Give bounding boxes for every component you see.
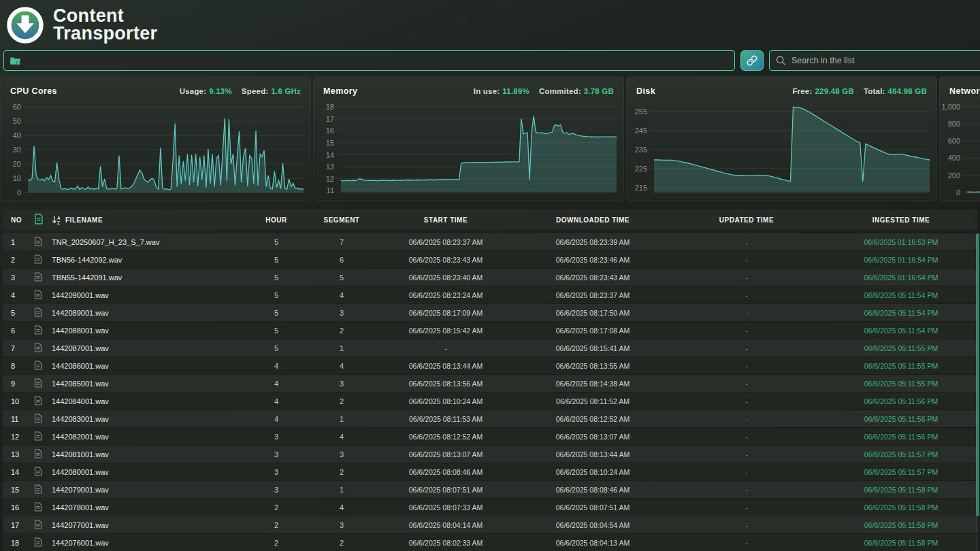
network-panel: Network 1,0008006004002000	[939, 76, 980, 201]
cpu-usage-value: 9.13%	[209, 87, 232, 95]
cell-file-icon	[34, 431, 52, 442]
cell-updated-time: -	[668, 309, 825, 317]
cell-segment: 7	[309, 238, 374, 246]
charts-row: CPU Cores Usage:9.13% Speed:1.6 GHz 6050…	[0, 73, 980, 203]
svg-text:Z: Z	[57, 220, 60, 225]
cell-ingested-time: 06/6/2025 05:11:56 PM	[825, 397, 977, 405]
memory-chart-svg	[341, 103, 617, 193]
table-row[interactable]: 3 TBN55-1442091.wav 5 5 06/6/2025 08:23:…	[3, 269, 977, 286]
search-input[interactable]	[770, 51, 980, 70]
cell-downloaded-time: 06/6/2025 08:15:41 AM	[517, 344, 668, 352]
folder-icon[interactable]	[10, 55, 21, 67]
table-row[interactable]: 5 1442089001.wav 5 3 06/6/2025 08:17:09 …	[3, 304, 977, 321]
cell-updated-time: -	[668, 486, 825, 494]
cell-segment: 3	[309, 521, 374, 529]
axis-tick-label: 50	[13, 117, 21, 125]
cell-filename: 1442089001.wav	[52, 309, 244, 317]
table-row[interactable]: 16 1442078001.wav 2 4 06/6/2025 08:07:33…	[3, 499, 977, 516]
table-row[interactable]: 4 1442090001.wav 5 4 06/6/2025 08:23:24 …	[3, 286, 977, 303]
cell-hour: 2	[244, 503, 309, 512]
cell-ingested-time: 06/6/2025 05:11:54 PM	[825, 327, 977, 335]
cell-segment: 3	[309, 380, 374, 388]
table-body: 1 TNR_20250607_H_23_S_7.wav 5 7 06/6/202…	[3, 233, 977, 551]
cell-filename: 1442087001.wav	[52, 344, 244, 352]
cell-start-time: 06/6/2025 08:23:24 AM	[374, 291, 517, 299]
table-row[interactable]: 1 TNR_20250607_H_23_S_7.wav 5 7 06/6/202…	[3, 233, 977, 250]
cell-start-time: 06/6/2025 08:23:37 AM	[374, 238, 517, 246]
file-icon	[34, 214, 44, 224]
cell-file-icon	[34, 290, 52, 301]
table-row[interactable]: 11 1442083001.wav 4 1 06/6/2025 08:11:53…	[3, 410, 977, 427]
file-icon	[34, 378, 42, 388]
app-title: Content Transporter	[53, 7, 157, 42]
cell-segment: 2	[309, 468, 374, 476]
axis-tick-label: 13	[326, 163, 334, 171]
cell-ingested-time: 06/6/2025 05:11:57 PM	[825, 468, 977, 476]
table-row[interactable]: 10 1442084001.wav 4 2 06/6/2025 08:10:24…	[3, 393, 977, 410]
cell-file-icon	[34, 361, 52, 371]
cell-updated-time: -	[668, 344, 825, 352]
col-downloaded-time: DOWNLOADED TIME	[517, 216, 668, 224]
cell-no: 14	[11, 468, 34, 476]
file-icon	[34, 361, 42, 370]
cell-updated-time: -	[668, 433, 825, 441]
cell-filename: 1442084001.wav	[52, 397, 244, 405]
table-row[interactable]: 7 1442087001.wav 5 1 - 06/6/2025 08:15:4…	[3, 339, 977, 356]
table-row[interactable]: 2 TBN56-1442092.wav 5 6 06/6/2025 08:23:…	[3, 251, 977, 268]
cell-file-icon	[34, 537, 52, 548]
cell-file-icon	[34, 449, 52, 460]
path-input-wrap	[3, 50, 735, 71]
table-row[interactable]: 6 1442088001.wav 5 2 06/6/2025 08:15:42 …	[3, 322, 977, 339]
cell-hour: 2	[244, 539, 309, 547]
file-icon	[34, 449, 42, 458]
table-scrollbar[interactable]	[976, 233, 979, 551]
file-icon	[34, 484, 42, 494]
table-row[interactable]: 8 1442086001.wav 4 4 06/6/2025 08:13:44 …	[3, 357, 977, 374]
file-icon	[34, 237, 42, 246]
cell-updated-time: -	[668, 238, 825, 246]
cell-start-time: 06/6/2025 08:13:56 AM	[374, 380, 517, 388]
link-button[interactable]	[740, 50, 764, 71]
cell-filename: 1442090001.wav	[52, 291, 244, 299]
axis-tick-label: 235	[635, 146, 647, 154]
cell-start-time: 06/6/2025 08:17:09 AM	[374, 309, 517, 317]
cell-ingested-time: 06/6/2025 05:11:54 PM	[825, 291, 977, 299]
cpu-plot	[28, 103, 304, 193]
axis-tick-label: 215	[635, 184, 647, 192]
cell-no: 6	[11, 327, 34, 335]
axis-tick-label: 11	[327, 186, 334, 195]
disk-chart: 255245235225215	[627, 99, 936, 195]
cell-updated-time: -	[668, 397, 825, 405]
axis-tick-label: 600	[948, 137, 960, 145]
cell-updated-time: -	[668, 521, 825, 529]
axis-tick-label: 0	[956, 188, 960, 197]
cell-file-icon	[34, 378, 52, 389]
axis-tick-label: 800	[948, 120, 960, 128]
table-header: NO A Z FILENAME HOUR SEGMENT START TIME …	[3, 210, 977, 230]
table-row[interactable]: 14 1442080001.wav 3 2 06/6/2025 08:08:46…	[3, 463, 977, 480]
table-row[interactable]: 17 1442077001.wav 2 3 06/6/2025 08:04:14…	[3, 516, 977, 533]
cell-no: 7	[11, 344, 34, 352]
axis-tick-label: 225	[635, 165, 647, 173]
cell-filename: TBN55-1442091.wav	[52, 273, 244, 282]
sort-az-icon[interactable]: A Z	[52, 215, 62, 225]
cell-file-icon	[34, 325, 52, 336]
cell-downloaded-time: 06/6/2025 08:04:54 AM	[517, 521, 668, 529]
cell-segment: 4	[309, 503, 374, 512]
path-input[interactable]	[4, 51, 734, 70]
axis-tick-label: 30	[13, 146, 21, 154]
scrollbar-thumb[interactable]	[976, 233, 979, 516]
table-row[interactable]: 9 1442085001.wav 4 3 06/6/2025 08:13:56 …	[3, 375, 977, 392]
table-row[interactable]: 15 1442079001.wav 3 1 06/6/2025 08:07:51…	[3, 481, 977, 498]
file-icon	[34, 414, 42, 423]
table-row[interactable]: 13 1442081001.wav 3 3 06/6/2025 08:13:07…	[3, 446, 977, 463]
cell-start-time: 06/6/2025 08:08:46 AM	[374, 468, 517, 476]
cell-ingested-time: 06/6/2025 01:16:54 PM	[825, 256, 977, 264]
table-row[interactable]: 12 1442082001.wav 3 4 06/6/2025 08:12:52…	[3, 428, 977, 445]
table-row[interactable]: 18 1442076001.wav 2 2 06/6/2025 08:02:33…	[3, 534, 977, 551]
disk-chart-svg	[654, 103, 930, 193]
memory-chart: 1817161514131211	[314, 99, 623, 195]
col-start-time: START TIME	[374, 216, 517, 224]
cell-hour: 5	[244, 256, 309, 264]
app-title-line2: Transporter	[53, 25, 157, 43]
